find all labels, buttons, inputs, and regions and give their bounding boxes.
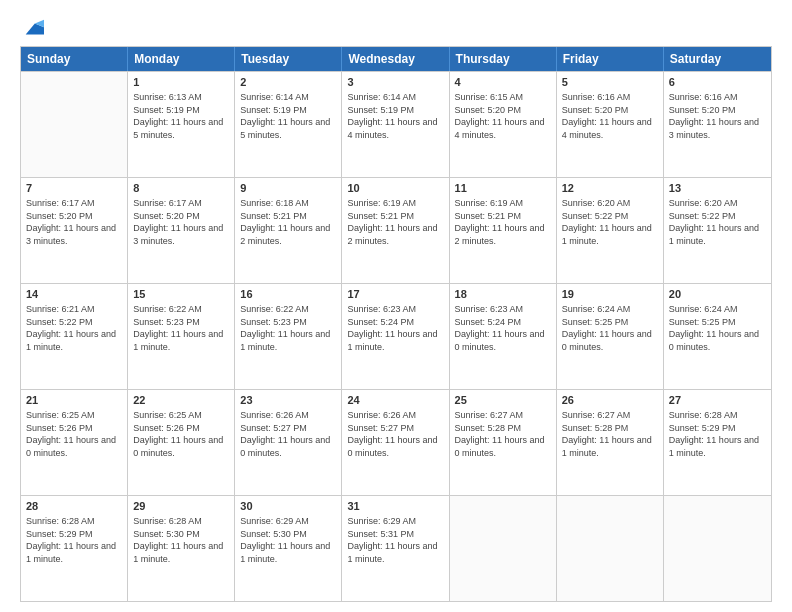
cell-info: Sunrise: 6:29 AMSunset: 5:30 PMDaylight:… — [240, 516, 330, 564]
day-number: 18 — [455, 287, 551, 302]
logo-icon — [22, 18, 44, 40]
calendar-cell: 24Sunrise: 6:26 AMSunset: 5:27 PMDayligh… — [342, 390, 449, 495]
calendar-cell: 31Sunrise: 6:29 AMSunset: 5:31 PMDayligh… — [342, 496, 449, 601]
calendar-cell: 9Sunrise: 6:18 AMSunset: 5:21 PMDaylight… — [235, 178, 342, 283]
calendar-cell: 18Sunrise: 6:23 AMSunset: 5:24 PMDayligh… — [450, 284, 557, 389]
cell-info: Sunrise: 6:24 AMSunset: 5:25 PMDaylight:… — [562, 304, 652, 352]
calendar-cell: 2Sunrise: 6:14 AMSunset: 5:19 PMDaylight… — [235, 72, 342, 177]
calendar-cell: 3Sunrise: 6:14 AMSunset: 5:19 PMDaylight… — [342, 72, 449, 177]
day-number: 11 — [455, 181, 551, 196]
cell-info: Sunrise: 6:26 AMSunset: 5:27 PMDaylight:… — [347, 410, 437, 458]
cell-info: Sunrise: 6:24 AMSunset: 5:25 PMDaylight:… — [669, 304, 759, 352]
calendar-cell: 21Sunrise: 6:25 AMSunset: 5:26 PMDayligh… — [21, 390, 128, 495]
day-number: 4 — [455, 75, 551, 90]
day-number: 9 — [240, 181, 336, 196]
day-number: 29 — [133, 499, 229, 514]
calendar-cell — [664, 496, 771, 601]
day-number: 17 — [347, 287, 443, 302]
day-number: 30 — [240, 499, 336, 514]
day-number: 6 — [669, 75, 766, 90]
calendar-body: 1Sunrise: 6:13 AMSunset: 5:19 PMDaylight… — [21, 71, 771, 601]
cell-info: Sunrise: 6:29 AMSunset: 5:31 PMDaylight:… — [347, 516, 437, 564]
calendar-cell: 5Sunrise: 6:16 AMSunset: 5:20 PMDaylight… — [557, 72, 664, 177]
calendar-cell: 7Sunrise: 6:17 AMSunset: 5:20 PMDaylight… — [21, 178, 128, 283]
day-number: 15 — [133, 287, 229, 302]
calendar-cell: 16Sunrise: 6:22 AMSunset: 5:23 PMDayligh… — [235, 284, 342, 389]
cell-info: Sunrise: 6:25 AMSunset: 5:26 PMDaylight:… — [26, 410, 116, 458]
calendar: SundayMondayTuesdayWednesdayThursdayFrid… — [20, 46, 772, 602]
calendar-row-2: 14Sunrise: 6:21 AMSunset: 5:22 PMDayligh… — [21, 283, 771, 389]
calendar-cell: 13Sunrise: 6:20 AMSunset: 5:22 PMDayligh… — [664, 178, 771, 283]
cell-info: Sunrise: 6:14 AMSunset: 5:19 PMDaylight:… — [240, 92, 330, 140]
cell-info: Sunrise: 6:16 AMSunset: 5:20 PMDaylight:… — [669, 92, 759, 140]
cell-info: Sunrise: 6:25 AMSunset: 5:26 PMDaylight:… — [133, 410, 223, 458]
cell-info: Sunrise: 6:13 AMSunset: 5:19 PMDaylight:… — [133, 92, 223, 140]
calendar-cell: 14Sunrise: 6:21 AMSunset: 5:22 PMDayligh… — [21, 284, 128, 389]
calendar-cell: 6Sunrise: 6:16 AMSunset: 5:20 PMDaylight… — [664, 72, 771, 177]
cell-info: Sunrise: 6:15 AMSunset: 5:20 PMDaylight:… — [455, 92, 545, 140]
calendar-cell: 8Sunrise: 6:17 AMSunset: 5:20 PMDaylight… — [128, 178, 235, 283]
cell-info: Sunrise: 6:28 AMSunset: 5:29 PMDaylight:… — [669, 410, 759, 458]
calendar-cell: 29Sunrise: 6:28 AMSunset: 5:30 PMDayligh… — [128, 496, 235, 601]
cell-info: Sunrise: 6:26 AMSunset: 5:27 PMDaylight:… — [240, 410, 330, 458]
calendar-cell: 19Sunrise: 6:24 AMSunset: 5:25 PMDayligh… — [557, 284, 664, 389]
day-number: 12 — [562, 181, 658, 196]
day-number: 26 — [562, 393, 658, 408]
cell-info: Sunrise: 6:20 AMSunset: 5:22 PMDaylight:… — [562, 198, 652, 246]
weekday-header-thursday: Thursday — [450, 47, 557, 71]
weekday-header-friday: Friday — [557, 47, 664, 71]
calendar-row-3: 21Sunrise: 6:25 AMSunset: 5:26 PMDayligh… — [21, 389, 771, 495]
day-number: 23 — [240, 393, 336, 408]
calendar-cell: 20Sunrise: 6:24 AMSunset: 5:25 PMDayligh… — [664, 284, 771, 389]
calendar-cell: 11Sunrise: 6:19 AMSunset: 5:21 PMDayligh… — [450, 178, 557, 283]
calendar-row-1: 7Sunrise: 6:17 AMSunset: 5:20 PMDaylight… — [21, 177, 771, 283]
day-number: 27 — [669, 393, 766, 408]
day-number: 10 — [347, 181, 443, 196]
day-number: 25 — [455, 393, 551, 408]
cell-info: Sunrise: 6:17 AMSunset: 5:20 PMDaylight:… — [133, 198, 223, 246]
weekday-header-monday: Monday — [128, 47, 235, 71]
calendar-cell: 4Sunrise: 6:15 AMSunset: 5:20 PMDaylight… — [450, 72, 557, 177]
calendar-cell: 22Sunrise: 6:25 AMSunset: 5:26 PMDayligh… — [128, 390, 235, 495]
cell-info: Sunrise: 6:22 AMSunset: 5:23 PMDaylight:… — [133, 304, 223, 352]
cell-info: Sunrise: 6:22 AMSunset: 5:23 PMDaylight:… — [240, 304, 330, 352]
day-number: 31 — [347, 499, 443, 514]
weekday-header-wednesday: Wednesday — [342, 47, 449, 71]
cell-info: Sunrise: 6:19 AMSunset: 5:21 PMDaylight:… — [347, 198, 437, 246]
calendar-row-4: 28Sunrise: 6:28 AMSunset: 5:29 PMDayligh… — [21, 495, 771, 601]
day-number: 28 — [26, 499, 122, 514]
calendar-cell: 25Sunrise: 6:27 AMSunset: 5:28 PMDayligh… — [450, 390, 557, 495]
weekday-header-tuesday: Tuesday — [235, 47, 342, 71]
day-number: 21 — [26, 393, 122, 408]
day-number: 13 — [669, 181, 766, 196]
calendar-cell: 27Sunrise: 6:28 AMSunset: 5:29 PMDayligh… — [664, 390, 771, 495]
calendar-cell — [450, 496, 557, 601]
cell-info: Sunrise: 6:28 AMSunset: 5:29 PMDaylight:… — [26, 516, 116, 564]
page: SundayMondayTuesdayWednesdayThursdayFrid… — [0, 0, 792, 612]
calendar-row-0: 1Sunrise: 6:13 AMSunset: 5:19 PMDaylight… — [21, 71, 771, 177]
cell-info: Sunrise: 6:28 AMSunset: 5:30 PMDaylight:… — [133, 516, 223, 564]
cell-info: Sunrise: 6:27 AMSunset: 5:28 PMDaylight:… — [455, 410, 545, 458]
header — [20, 18, 772, 40]
day-number: 22 — [133, 393, 229, 408]
calendar-cell: 26Sunrise: 6:27 AMSunset: 5:28 PMDayligh… — [557, 390, 664, 495]
calendar-header: SundayMondayTuesdayWednesdayThursdayFrid… — [21, 47, 771, 71]
cell-info: Sunrise: 6:18 AMSunset: 5:21 PMDaylight:… — [240, 198, 330, 246]
day-number: 14 — [26, 287, 122, 302]
day-number: 24 — [347, 393, 443, 408]
cell-info: Sunrise: 6:23 AMSunset: 5:24 PMDaylight:… — [347, 304, 437, 352]
cell-info: Sunrise: 6:19 AMSunset: 5:21 PMDaylight:… — [455, 198, 545, 246]
calendar-cell: 28Sunrise: 6:28 AMSunset: 5:29 PMDayligh… — [21, 496, 128, 601]
calendar-cell: 30Sunrise: 6:29 AMSunset: 5:30 PMDayligh… — [235, 496, 342, 601]
cell-info: Sunrise: 6:21 AMSunset: 5:22 PMDaylight:… — [26, 304, 116, 352]
day-number: 2 — [240, 75, 336, 90]
cell-info: Sunrise: 6:14 AMSunset: 5:19 PMDaylight:… — [347, 92, 437, 140]
logo — [20, 18, 44, 40]
weekday-header-saturday: Saturday — [664, 47, 771, 71]
day-number: 7 — [26, 181, 122, 196]
day-number: 5 — [562, 75, 658, 90]
calendar-cell — [21, 72, 128, 177]
calendar-cell: 1Sunrise: 6:13 AMSunset: 5:19 PMDaylight… — [128, 72, 235, 177]
day-number: 1 — [133, 75, 229, 90]
calendar-cell: 12Sunrise: 6:20 AMSunset: 5:22 PMDayligh… — [557, 178, 664, 283]
